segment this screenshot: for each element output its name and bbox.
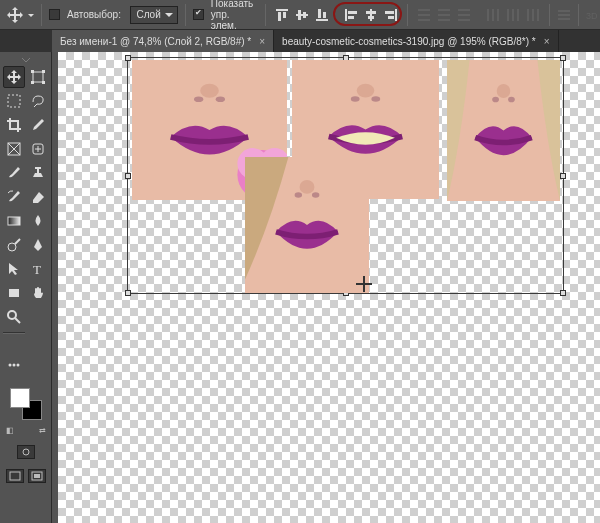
document-tab[interactable]: beauty-cosmetic-cosmetics-3190.jpg @ 195… xyxy=(274,30,558,52)
screen-mode-dropdown-icon[interactable] xyxy=(28,469,46,483)
distribute-vertical-group xyxy=(415,6,473,24)
svg-rect-3 xyxy=(296,14,308,16)
3d-mode-icon[interactable]: 3D xyxy=(586,6,600,24)
distribute-hcenter-button[interactable] xyxy=(504,6,522,24)
svg-point-69 xyxy=(200,84,219,98)
healing-brush-tool[interactable] xyxy=(27,138,49,160)
svg-rect-21 xyxy=(438,9,450,11)
swatch-mini-controls: ◧ ⇄ xyxy=(6,426,46,435)
brush-tool[interactable] xyxy=(3,162,25,184)
eraser-tool[interactable] xyxy=(27,186,49,208)
artboard-tool[interactable] xyxy=(27,66,49,88)
distribute-bottom-button[interactable] xyxy=(455,6,473,24)
svg-rect-28 xyxy=(492,9,494,21)
svg-rect-37 xyxy=(558,14,570,16)
svg-rect-32 xyxy=(517,9,519,21)
divider xyxy=(41,4,42,26)
crop-tool[interactable] xyxy=(3,114,25,136)
show-transform-controls-checkbox[interactable] xyxy=(193,9,204,20)
transform-handle[interactable] xyxy=(560,173,566,179)
align-bottom-edges-button[interactable] xyxy=(313,6,331,24)
screen-mode-row xyxy=(2,469,50,483)
svg-point-55 xyxy=(8,243,16,251)
show-transform-controls-label: Показать упр. элем. xyxy=(211,0,258,31)
swap-colors-icon[interactable]: ⇄ xyxy=(39,426,46,435)
dodge-tool[interactable] xyxy=(3,234,25,256)
svg-point-82 xyxy=(312,192,319,197)
pen-tool[interactable] xyxy=(27,234,49,256)
svg-point-71 xyxy=(216,96,225,102)
distribute-right-button[interactable] xyxy=(524,6,542,24)
rectangle-tool[interactable] xyxy=(3,282,25,304)
transform-reference-point[interactable] xyxy=(356,276,372,292)
gradient-tool[interactable] xyxy=(3,210,25,232)
move-tool-dropdown-icon[interactable] xyxy=(6,5,24,25)
distribute-horizontal-group xyxy=(484,6,542,24)
close-tab-icon[interactable]: × xyxy=(544,36,550,47)
svg-point-86 xyxy=(508,97,515,103)
svg-line-56 xyxy=(15,239,20,244)
svg-rect-58 xyxy=(9,289,19,297)
layer-photo-4[interactable] xyxy=(447,60,560,201)
transform-handle[interactable] xyxy=(125,55,131,61)
svg-point-61 xyxy=(8,364,11,367)
align-edges-vertical-group xyxy=(273,6,331,24)
default-colors-icon[interactable]: ◧ xyxy=(6,426,14,435)
svg-rect-19 xyxy=(418,14,430,16)
blur-tool[interactable] xyxy=(27,210,49,232)
more-align-options-icon[interactable] xyxy=(557,6,571,24)
move-tool[interactable] xyxy=(3,66,25,88)
distribute-vcenter-button[interactable] xyxy=(435,6,453,24)
close-tab-icon[interactable]: × xyxy=(259,36,265,47)
tools-collapse-handle[interactable] xyxy=(0,56,52,64)
transform-handle[interactable] xyxy=(125,173,131,179)
edit-toolbar[interactable] xyxy=(3,354,25,376)
lasso-tool[interactable] xyxy=(27,90,49,112)
transform-handle[interactable] xyxy=(560,290,566,296)
document-tab-active[interactable]: Без имени-1 @ 74,8% (Слой 2, RGB/8#) * × xyxy=(52,30,274,52)
marquee-tool[interactable] xyxy=(3,90,25,112)
divider xyxy=(407,4,408,26)
foreground-color-swatch[interactable] xyxy=(10,388,30,408)
clone-stamp-tool[interactable] xyxy=(27,162,49,184)
path-select-tool[interactable] xyxy=(3,258,25,280)
svg-rect-8 xyxy=(323,12,326,18)
quick-mask-row xyxy=(2,445,50,459)
hand-tool[interactable] xyxy=(27,282,49,304)
color-swatches[interactable] xyxy=(8,386,44,422)
align-vertical-centers-button[interactable] xyxy=(293,6,311,24)
screen-mode-icon[interactable] xyxy=(6,469,24,483)
canvas-area[interactable] xyxy=(52,52,600,523)
history-brush-tool[interactable] xyxy=(3,186,25,208)
zoom-tool[interactable] xyxy=(3,306,25,328)
divider xyxy=(549,4,550,26)
chevron-down-icon xyxy=(28,14,34,20)
align-left-edges-button[interactable] xyxy=(342,6,360,24)
svg-point-77 xyxy=(351,96,360,102)
svg-rect-24 xyxy=(458,9,470,11)
options-bar: Автовыбор: Слой Показать упр. элем. xyxy=(0,0,600,30)
frame-tool[interactable] xyxy=(3,138,25,160)
align-top-edges-button[interactable] xyxy=(273,6,291,24)
svg-rect-27 xyxy=(487,9,489,21)
svg-rect-41 xyxy=(31,70,34,73)
align-right-edges-button[interactable] xyxy=(382,6,400,24)
quick-mask-icon[interactable] xyxy=(17,445,35,459)
svg-point-84 xyxy=(497,84,511,98)
transform-handle[interactable] xyxy=(560,55,566,61)
svg-point-70 xyxy=(194,96,203,102)
transform-handle[interactable] xyxy=(125,290,131,296)
tool-grid: T xyxy=(3,66,49,376)
eyedropper-tool[interactable] xyxy=(27,114,49,136)
svg-rect-9 xyxy=(345,9,347,21)
layer-photo-3[interactable] xyxy=(245,157,369,293)
align-horizontal-centers-button[interactable] xyxy=(362,6,380,24)
svg-rect-43 xyxy=(31,81,34,84)
svg-rect-30 xyxy=(507,9,509,21)
auto-select-checkbox[interactable] xyxy=(49,9,60,20)
svg-rect-23 xyxy=(438,19,450,21)
type-tool[interactable]: T xyxy=(27,258,49,280)
auto-select-mode-select[interactable]: Слой xyxy=(130,6,177,24)
distribute-top-button[interactable] xyxy=(415,6,433,24)
distribute-left-button[interactable] xyxy=(484,6,502,24)
